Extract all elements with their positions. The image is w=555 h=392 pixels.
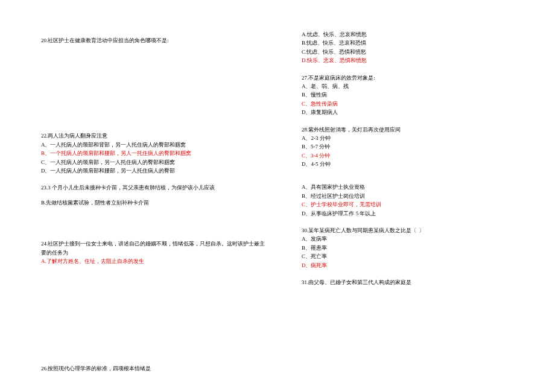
q28-opt-c: C、3-4 分钟	[302, 151, 531, 160]
q23-opt-b: B.先做结核菌素试验，阴性者立刻补种卡介苗	[41, 198, 270, 207]
q20-text: 20.社区护士在健康教育活动中应担当的角色哪项不是:	[41, 36, 270, 45]
q26-text: 26.按照现代心理学界的标准，四项根本情绪是	[41, 364, 270, 373]
question-26-options: A.忧虑、快乐、悲哀和愤怒 B.忧虑、快乐、悲哀和恐惧 C.忧虑、快乐、恐惧和愤…	[302, 30, 531, 65]
q27-title: 27.不是家庭病床的效劳对象是:	[302, 74, 531, 82]
q23-text: 23.3 个月小儿生后未接种卡介苗，其父亲患有肺结核，为保护该小儿应该	[41, 183, 270, 192]
question-29-options: A、具有国家护士执业资格 B、经过社区护士岗位培训 C、护士学校毕业即可，无需培…	[302, 183, 531, 218]
q29-opt-c: C、护士学校毕业即可，无需培训	[302, 200, 531, 209]
question-26: 26.按照现代心理学界的标准，四项根本情绪是	[41, 364, 270, 373]
q29-opt-d: D、从事临床护理工作 5 年以上	[302, 209, 531, 218]
q26-opt-d: D.快乐、悲哀、恐惧和愤怒	[302, 56, 531, 65]
q22-title: 22.两人法为病人翻身应注意	[41, 131, 270, 140]
q24-text1: 24.社区护士接到一位女士来电，讲述自己的婚姻不顺，情绪低落，只想自杀。这时该护…	[41, 239, 270, 248]
q30-opt-a: A、发病率	[302, 235, 531, 243]
q24-opt-a: A.了解对方姓名、住址，去阻止自杀的发生	[41, 257, 270, 265]
q30-opt-d: D、病死率	[302, 261, 531, 270]
q28-opt-b: B、5-7 分钟	[302, 142, 531, 151]
question-20: 20.社区护士在健康教育活动中应担当的角色哪项不是:	[41, 36, 270, 45]
q26-opt-b: B.忧虑、快乐、悲哀和恐惧	[302, 39, 531, 47]
question-23: 23.3 个月小儿生后未接种卡介苗，其父亲患有肺结核，为保护该小儿应该 B.先做…	[41, 183, 270, 207]
question-27: 27.不是家庭病床的效劳对象是: A、老、弱、病、残 B、慢性病 C、急性传染病…	[302, 74, 531, 117]
q22-opt-c: C、一人托病人的颈肩部，另一人托住病人的臀部和腘窝	[41, 158, 270, 166]
question-24: 24.社区护士接到一位女士来电，讲述自己的婚姻不顺，情绪低落，只想自杀。这时该护…	[41, 239, 270, 265]
q30-opt-b: B、罹患率	[302, 244, 531, 252]
q27-opt-c: C、急性传染病	[302, 100, 531, 108]
q22-opt-d: D、一人托病人的颈肩部和腰部，另一人托住病人的臀部	[41, 166, 270, 175]
question-22: 22.两人法为病人翻身应注意 A、一人托病人的颈部和背部，另一人托住病人的臀部和…	[41, 131, 270, 175]
question-31: 31.由父母、已婚子女和第三代人构成的家庭是	[302, 278, 531, 286]
q31-text: 31.由父母、已婚子女和第三代人构成的家庭是	[302, 278, 531, 286]
q27-opt-a: A、老、弱、病、残	[302, 82, 531, 90]
q27-opt-d: D、康复期病人	[302, 108, 531, 116]
q26-opt-a: A.忧虑、快乐、悲哀和愤怒	[302, 30, 531, 39]
q29-opt-a: A、具有国家护士执业资格	[302, 183, 531, 191]
q30-title: 30.某年某病死亡人数与同期患某病人数之比是〔 〕	[302, 226, 531, 235]
q30-opt-c: C、死亡率	[302, 252, 531, 261]
q28-title: 28.紫外线照射消毒，关灯后再次使用应间	[302, 125, 531, 134]
q27-opt-b: B、慢性病	[302, 90, 531, 99]
q26-opt-c: C.忧虑、快乐、恐惧和愤怒	[302, 48, 531, 56]
q29-opt-b: B、经过社区护士岗位培训	[302, 192, 531, 200]
q22-opt-b: B、一个托病人的颈肩部和腰部，另人一托住病人的臀部和腘窝	[41, 149, 270, 157]
q24-text2: 要的任务为	[41, 248, 270, 257]
q28-opt-d: D、4-5 分钟	[302, 160, 531, 168]
q22-opt-a: A、一人托病人的颈部和背部，另一人托住病人的臀部和腘窝	[41, 141, 270, 149]
q28-opt-a: A、2-3 分钟	[302, 134, 531, 142]
question-28: 28.紫外线照射消毒，关灯后再次使用应间 A、2-3 分钟 B、5-7 分钟 C…	[302, 125, 531, 169]
question-30: 30.某年某病死亡人数与同期患某病人数之比是〔 〕 A、发病率 B、罹患率 C、…	[302, 226, 531, 270]
